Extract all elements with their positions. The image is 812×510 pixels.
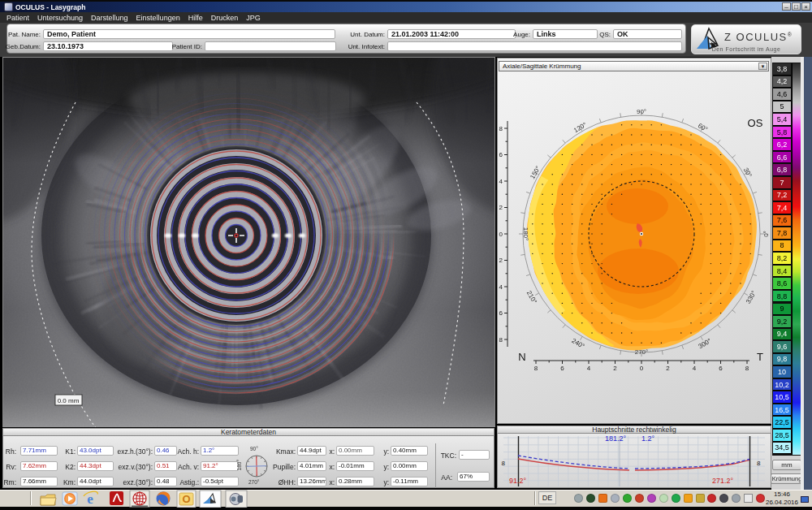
svg-text:6: 6	[499, 309, 503, 317]
svg-text:8: 8	[499, 336, 503, 344]
svg-text:210°: 210°	[525, 290, 538, 305]
svg-text:0: 0	[640, 365, 644, 372]
svg-text:6: 6	[499, 151, 503, 158]
svg-text:N: N	[518, 351, 525, 363]
svg-text:2: 2	[613, 365, 617, 372]
svg-text:OS: OS	[748, 117, 763, 129]
svg-text:271.2°: 271.2°	[712, 477, 734, 485]
svg-text:8: 8	[745, 365, 749, 372]
svg-text:4: 4	[693, 365, 697, 372]
svg-text:181.2°: 181.2°	[605, 434, 627, 443]
svg-text:90°: 90°	[637, 108, 646, 115]
svg-text:2: 2	[499, 204, 503, 211]
svg-text:T: T	[757, 351, 763, 363]
svg-text:2: 2	[499, 257, 503, 264]
svg-text:30°: 30°	[742, 166, 754, 179]
svg-text:270°: 270°	[635, 348, 649, 356]
svg-text:4: 4	[587, 365, 591, 372]
svg-text:1.2°: 1.2°	[641, 434, 655, 443]
svg-text:0°: 0°	[762, 231, 770, 237]
svg-text:180°: 180°	[522, 227, 529, 241]
svg-text:330°: 330°	[745, 290, 758, 305]
svg-text:6: 6	[560, 365, 564, 372]
svg-text:4: 4	[499, 178, 503, 185]
svg-text:8: 8	[757, 460, 761, 467]
svg-text:4: 4	[499, 283, 503, 291]
svg-text:8: 8	[534, 365, 538, 372]
svg-text:8: 8	[499, 125, 503, 132]
svg-text:2: 2	[666, 365, 670, 372]
svg-text:300°: 300°	[698, 337, 713, 350]
svg-text:60°: 60°	[697, 122, 709, 133]
svg-text:6: 6	[719, 365, 723, 372]
svg-text:O: O	[182, 493, 190, 505]
svg-text:8: 8	[502, 460, 506, 467]
svg-text:0: 0	[499, 231, 503, 238]
svg-text:91.2°: 91.2°	[509, 477, 527, 485]
svg-text:240°: 240°	[571, 337, 586, 350]
